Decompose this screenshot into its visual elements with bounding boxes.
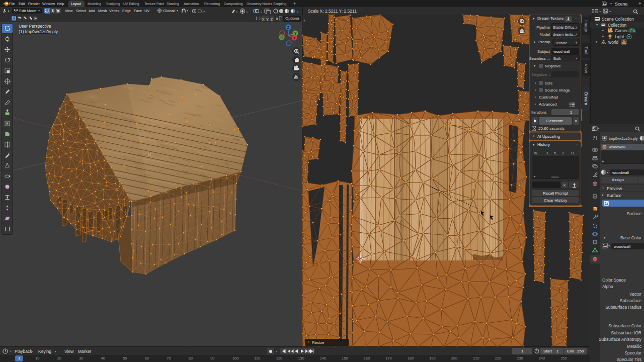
svg-text:Z: Z [287,26,290,29]
svg-text:⋮: ⋮ [257,17,260,20]
svg-text:Y: Y [294,32,297,35]
svg-text:X: X [293,36,296,40]
